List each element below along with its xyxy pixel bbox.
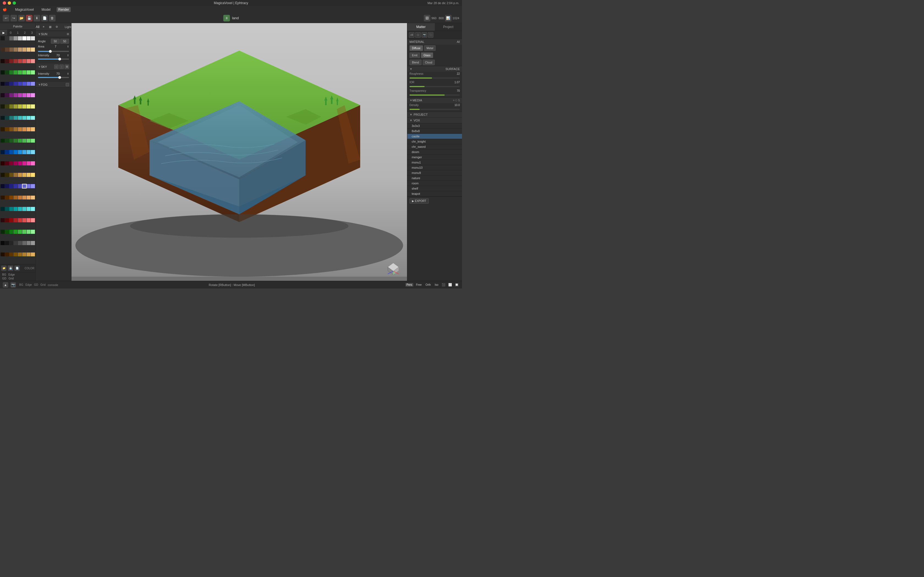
color-cell-104[interactable] <box>0 184 5 188</box>
project-item-monu10[interactable]: monu10 <box>407 165 462 170</box>
color-cell-64[interactable] <box>0 127 5 131</box>
view-orth[interactable]: Orth <box>424 283 432 287</box>
chart-icon[interactable]: 📊 <box>445 15 452 21</box>
color-cell-126[interactable] <box>27 207 31 211</box>
color-cell-146[interactable] <box>9 241 13 245</box>
color-cell-62[interactable] <box>27 116 31 120</box>
color-cell-10[interactable] <box>9 48 13 52</box>
color-cell-81[interactable] <box>5 150 9 154</box>
ior-slider[interactable] <box>407 84 462 89</box>
color-cell-94[interactable] <box>27 161 31 165</box>
color-cell-55[interactable] <box>31 105 35 108</box>
color-cell-158[interactable] <box>27 253 31 256</box>
color-cell-65[interactable] <box>5 127 9 131</box>
palette-tab-2[interactable]: 2 <box>21 30 28 35</box>
density-slider[interactable] <box>407 107 462 111</box>
matter-icon-3[interactable]: ⬛ <box>428 32 433 38</box>
open-button[interactable]: 📂 <box>18 15 25 21</box>
project-item-monu1[interactable]: monu1 <box>407 160 462 165</box>
color-cell-133[interactable] <box>22 218 26 222</box>
color-cell-54[interactable] <box>27 105 31 108</box>
color-cell-29[interactable] <box>22 70 26 74</box>
fog-section-header[interactable]: ▼ FOG <box>36 82 71 88</box>
color-cell-20[interactable] <box>18 59 22 63</box>
color-cell-53[interactable] <box>22 105 26 108</box>
screenshot-button[interactable]: 📄 <box>41 15 48 21</box>
color-cell-59[interactable] <box>13 116 18 120</box>
color-cell-87[interactable] <box>31 150 35 154</box>
sky-icon-1[interactable]: □ <box>54 64 58 69</box>
color-cell-120[interactable] <box>0 207 5 211</box>
color-cell-58[interactable] <box>9 116 13 120</box>
angle-y-input[interactable] <box>60 39 69 44</box>
matter-all-btn[interactable]: All <box>409 32 414 38</box>
view-icon-3[interactable]: 🔲 <box>454 282 459 287</box>
color-cell-19[interactable] <box>13 59 18 63</box>
download-button[interactable]: ⬇ <box>34 15 40 21</box>
project-item-nature[interactable]: nature <box>407 176 462 181</box>
color-cell-83[interactable] <box>13 150 18 154</box>
project-item-shelf[interactable]: shelf <box>407 186 462 191</box>
color-cell-95[interactable] <box>31 161 35 165</box>
color-cell-116[interactable] <box>18 196 22 200</box>
color-cell-47[interactable] <box>31 93 35 97</box>
palette-export-icon[interactable]: 📄 <box>14 266 20 271</box>
color-cell-129[interactable] <box>5 218 9 222</box>
color-cell-63[interactable] <box>31 116 35 120</box>
color-cell-8[interactable] <box>0 48 5 52</box>
project-item-castle[interactable]: castle <box>407 134 462 139</box>
color-cell-44[interactable] <box>18 93 22 97</box>
palette-tab-play[interactable]: ▶ <box>0 30 7 35</box>
area-stepper[interactable]: ⬆ <box>67 45 69 48</box>
color-cell-139[interactable] <box>13 230 18 234</box>
color-cell-155[interactable] <box>13 253 18 256</box>
color-cell-137[interactable] <box>5 230 9 234</box>
color-cell-135[interactable] <box>31 218 35 222</box>
undo-button[interactable]: ↩ <box>3 15 9 21</box>
color-cell-6[interactable] <box>27 36 31 40</box>
color-cell-78[interactable] <box>27 139 31 143</box>
color-cell-9[interactable] <box>5 48 9 52</box>
color-cell-112[interactable] <box>0 196 5 200</box>
color-cell-82[interactable] <box>9 150 13 154</box>
material-cloud[interactable]: Cloud <box>423 60 435 65</box>
color-cell-15[interactable] <box>31 48 35 52</box>
color-cell-121[interactable] <box>5 207 9 211</box>
color-cell-77[interactable] <box>22 139 26 143</box>
color-cell-105[interactable] <box>5 184 9 188</box>
redo-button[interactable]: ↪ <box>10 15 17 21</box>
viewport[interactable] <box>71 23 407 281</box>
sun-area-slider[interactable] <box>38 49 69 53</box>
color-cell-131[interactable] <box>13 218 18 222</box>
color-cell-142[interactable] <box>27 230 31 234</box>
color-cell-124[interactable] <box>18 207 22 211</box>
fog-checkbox[interactable] <box>66 83 69 86</box>
sun-section-header[interactable]: ▼ SUN <box>36 31 71 37</box>
export-button[interactable]: ▶ EXPORT <box>409 198 429 204</box>
sky-icon-2[interactable]: ⋮ <box>60 64 64 69</box>
color-cell-69[interactable] <box>22 127 26 131</box>
color-cell-70[interactable] <box>27 127 31 131</box>
color-cell-107[interactable] <box>13 184 18 188</box>
sky-icon-3[interactable]: 🖼 <box>65 64 69 69</box>
color-cell-61[interactable] <box>22 116 26 120</box>
color-cell-89[interactable] <box>5 161 9 165</box>
color-cell-153[interactable] <box>5 253 9 256</box>
color-cell-80[interactable] <box>0 150 5 154</box>
sky-section-header[interactable]: ▼ SKY □ ⋮ 🖼 <box>36 63 71 70</box>
app-menu-name[interactable]: MagicaVoxel <box>13 7 36 12</box>
color-cell-71[interactable] <box>31 127 35 131</box>
color-cell-132[interactable] <box>18 218 22 222</box>
color-cell-33[interactable] <box>5 82 9 86</box>
tab-project[interactable]: Project <box>435 23 462 31</box>
color-cell-144[interactable] <box>0 241 5 245</box>
color-cell-37[interactable] <box>22 82 26 86</box>
color-cell-34[interactable] <box>9 82 13 86</box>
sky-intensity-stepper[interactable]: ⬆ <box>67 72 69 75</box>
color-cell-90[interactable] <box>9 161 13 165</box>
transparency-slider[interactable] <box>407 93 462 97</box>
color-cell-115[interactable] <box>13 196 18 200</box>
project-item-chr_knight[interactable]: chr_knight <box>407 139 462 144</box>
color-cell-11[interactable] <box>13 48 18 52</box>
view-pers[interactable]: Pers <box>405 283 414 287</box>
